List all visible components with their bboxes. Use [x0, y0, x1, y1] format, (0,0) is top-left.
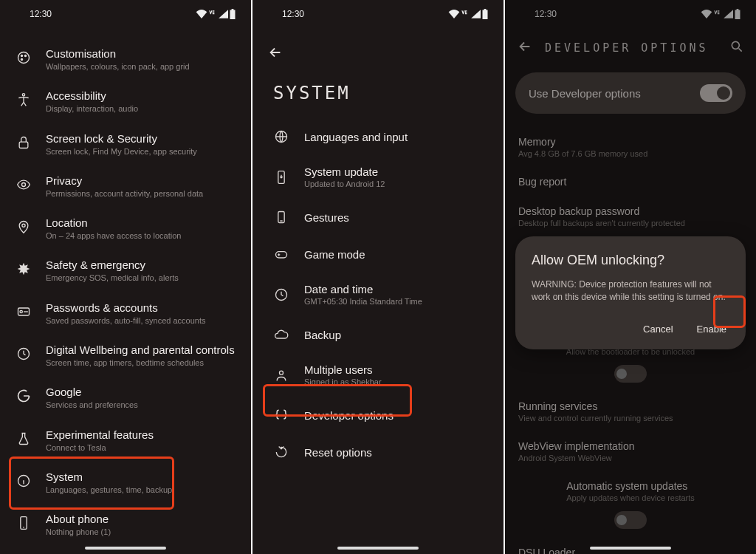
flask-icon [15, 430, 32, 448]
system-list: Languages and input System updateUpdated… [252, 118, 504, 471]
settings-list: CustomisationWallpapers, colours, icon p… [0, 24, 251, 547]
item-title: Accessibility [46, 89, 236, 102]
wifi-icon [196, 10, 207, 18]
settings-item-experimental[interactable]: Experimental featuresConnect to Tesla [0, 420, 251, 462]
clock-icon [273, 287, 289, 303]
item-subtitle: GMT+05:30 India Standard Time [304, 297, 489, 306]
item-subtitle: Services and preferences [46, 400, 236, 410]
settings-item-customisation[interactable]: CustomisationWallpapers, colours, icon p… [0, 38, 251, 81]
item-title: Customisation [46, 47, 236, 60]
status-bar: 12:30 [0, 0, 251, 24]
settings-item-system[interactable]: SystemLanguages, gestures, time, backup [0, 462, 251, 504]
accessibility-icon [15, 91, 32, 109]
item-title: Passwords & accounts [46, 301, 236, 314]
volte-icon [208, 10, 217, 18]
cancel-button[interactable]: Cancel [640, 319, 676, 339]
nav-pill[interactable] [590, 547, 671, 550]
system-item-backup[interactable]: Backup [252, 316, 504, 353]
item-title: Privacy [46, 174, 236, 187]
svg-rect-16 [276, 252, 287, 258]
page-title: SYSTEM [252, 68, 504, 118]
clock: 12:30 [282, 9, 304, 19]
system-item-gamemode[interactable]: Game mode [252, 236, 504, 273]
settings-item-privacy[interactable]: PrivacyPermissions, account activity, pe… [0, 165, 251, 208]
item-title: Languages and input [304, 131, 489, 143]
wifi-icon [448, 10, 460, 18]
svg-point-0 [18, 52, 30, 64]
item-subtitle: On – 24 apps have access to location [46, 230, 236, 241]
clock: 12:30 [30, 9, 52, 19]
cloud-icon [273, 326, 289, 343]
item-title: Digital Wellbeing and parental controls [46, 343, 236, 356]
system-item-developer[interactable]: Developer options [252, 397, 504, 434]
item-title: Game mode [304, 248, 489, 261]
key-icon [15, 303, 32, 321]
system-item-datetime[interactable]: Date and timeGMT+05:30 India Standard Ti… [252, 273, 504, 316]
gamepad-icon [273, 246, 289, 262]
back-button[interactable] [252, 24, 504, 68]
reset-icon [273, 444, 289, 460]
settings-item-safety[interactable]: Safety & emergencyEmergency SOS, medical… [0, 250, 251, 292]
settings-item-wellbeing[interactable]: Digital Wellbeing and parental controlsS… [0, 335, 251, 377]
palette-icon [15, 49, 32, 66]
battery-icon [481, 9, 489, 19]
settings-item-accessibility[interactable]: AccessibilityDisplay, interaction, audio [0, 81, 251, 123]
dialog-title: Allow OEM unlocking? [532, 253, 729, 268]
svg-point-3 [21, 58, 22, 60]
item-title: Developer options [304, 409, 489, 422]
item-title: Date and time [304, 283, 489, 295]
item-subtitle: Display, interaction, audio [46, 103, 236, 114]
nav-pill[interactable] [85, 547, 166, 550]
system-item-languages[interactable]: Languages and input [252, 118, 504, 155]
item-title: Google [46, 386, 236, 398]
item-title: Multiple users [304, 363, 489, 376]
settings-item-security[interactable]: Screen lock & SecurityScreen lock, Find … [0, 123, 251, 165]
status-icons [448, 9, 489, 19]
settings-screen-1: 12:30 CustomisationWallpapers, colours, … [0, 0, 251, 554]
item-title: Screen lock & Security [46, 132, 236, 145]
signal-icon [470, 10, 481, 18]
enable-button[interactable]: Enable [694, 319, 729, 339]
svg-point-2 [24, 55, 26, 56]
svg-point-9 [20, 310, 22, 312]
settings-item-location[interactable]: LocationOn – 24 apps have access to loca… [0, 208, 251, 250]
item-subtitle: Signed in as Shekhar [304, 377, 489, 386]
item-title: Backup [304, 329, 489, 341]
confirm-dialog: Allow OEM unlocking? WARNING: Device pro… [515, 236, 746, 349]
svg-point-1 [21, 55, 22, 56]
emergency-icon [15, 260, 32, 278]
signal-icon [218, 10, 228, 18]
phone-icon [15, 514, 32, 532]
settings-item-google[interactable]: GoogleServices and preferences [0, 377, 251, 419]
item-subtitle: Screen time, app timers, bedtime schedul… [46, 358, 236, 368]
battery-icon [229, 9, 236, 19]
settings-item-about[interactable]: About phoneNothing phone (1) [0, 504, 251, 546]
item-subtitle: Updated to Android 12 [304, 179, 489, 188]
item-subtitle: Connect to Tesla [46, 442, 236, 453]
svg-point-6 [22, 182, 26, 186]
item-subtitle: Screen lock, Find My Device, app securit… [46, 146, 236, 157]
system-item-gestures[interactable]: Gestures [252, 199, 504, 236]
nav-pill[interactable] [337, 547, 419, 550]
google-icon [15, 387, 32, 405]
system-item-reset[interactable]: Reset options [252, 434, 504, 471]
users-icon [273, 367, 289, 383]
item-title: Location [46, 216, 236, 229]
settings-screen-2-system: 12:30 SYSTEM Languages and input System … [252, 0, 504, 554]
svg-point-7 [22, 224, 25, 227]
item-subtitle: Saved passwords, auto-fill, synced accou… [46, 315, 236, 326]
info-icon [15, 472, 32, 490]
dialog-body: WARNING: Device protection features will… [532, 278, 729, 304]
system-item-update[interactable]: System updateUpdated to Android 12 [252, 155, 504, 199]
item-title: Reset options [304, 446, 489, 459]
dialog-actions: Cancel Enable [532, 319, 729, 339]
svg-rect-5 [19, 142, 28, 148]
globe-icon [273, 129, 289, 145]
item-title: System [46, 471, 236, 483]
gestures-icon [273, 209, 289, 225]
item-title: Experimental features [46, 428, 236, 441]
settings-item-accounts[interactable]: Passwords & accountsSaved passwords, aut… [0, 293, 251, 335]
item-title: About phone [46, 513, 236, 525]
system-item-users[interactable]: Multiple usersSigned in as Shekhar [252, 353, 504, 397]
item-title: System update [304, 165, 489, 178]
